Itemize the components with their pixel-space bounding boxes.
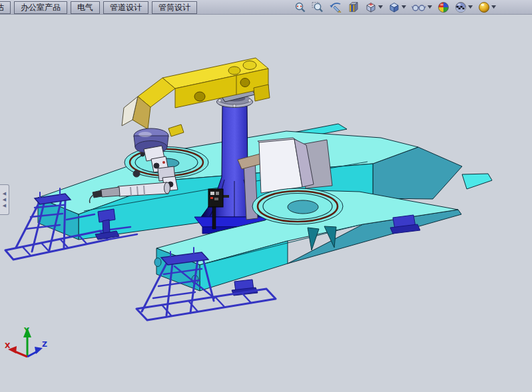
dropdown-caret: [401, 5, 406, 9]
hide-show-items-button[interactable]: [411, 2, 432, 13]
dropdown-caret: [468, 5, 473, 9]
section-view-icon: [348, 1, 360, 13]
dropdown-caret: [427, 5, 432, 9]
edit-appearance-button[interactable]: [437, 1, 449, 13]
hide-show-items-icon: [411, 2, 426, 13]
view-settings-icon: [478, 1, 490, 13]
command-manager-bar: 估 办公室产品 电气 管道设计 管筒设计: [0, 0, 532, 15]
triad-y-label: Y: [23, 326, 30, 335]
tab-office-products[interactable]: 办公室产品: [14, 1, 67, 14]
flyout-arrow-icon: ◀: [3, 197, 6, 202]
tab-piping-design[interactable]: 管道设计: [103, 1, 148, 14]
flyout-arrow-icon: ◀: [3, 191, 6, 196]
display-style-icon: [388, 1, 400, 13]
display-style-button[interactable]: [388, 1, 406, 13]
dropdown-caret: [378, 5, 383, 9]
triad-x-label: X: [5, 341, 11, 350]
zoom-to-area-icon: [312, 1, 324, 13]
previous-view-button[interactable]: [329, 1, 342, 13]
triad-z-label: Z: [42, 340, 47, 349]
tab-electrical[interactable]: 电气: [71, 1, 100, 14]
apply-scene-button[interactable]: [455, 1, 473, 13]
3d-viewport[interactable]: Y X Z: [0, 0, 532, 392]
command-tabs: 估 办公室产品 电气 管道设计 管筒设计: [0, 0, 197, 15]
flyout-arrow-icon: ◀: [3, 203, 6, 208]
zoom-to-fit-button[interactable]: [294, 1, 306, 13]
edit-appearance-icon: [437, 1, 449, 13]
view-orientation-button[interactable]: [365, 1, 383, 13]
previous-view-icon: [329, 1, 342, 13]
dropdown-caret: [491, 5, 496, 9]
heads-up-view-toolbar: [294, 1, 532, 13]
tab-tube-design[interactable]: 管筒设计: [152, 1, 197, 14]
view-settings-button[interactable]: [478, 1, 496, 13]
apply-scene-icon: [455, 1, 467, 13]
feature-panel-flyout-handle[interactable]: ◀ ◀ ◀: [0, 184, 9, 215]
section-view-button[interactable]: [348, 1, 360, 13]
view-orientation-icon: [365, 1, 377, 13]
graphics-area[interactable]: Y X Z: [0, 0, 532, 392]
zoom-to-fit-icon: [294, 1, 306, 13]
front-slewing-ring[interactable]: [252, 188, 343, 224]
fixture-wedge-blocks[interactable]: [258, 138, 332, 193]
tab-evaluate-partial[interactable]: 估: [0, 1, 11, 14]
zoom-to-area-button[interactable]: [312, 1, 324, 13]
